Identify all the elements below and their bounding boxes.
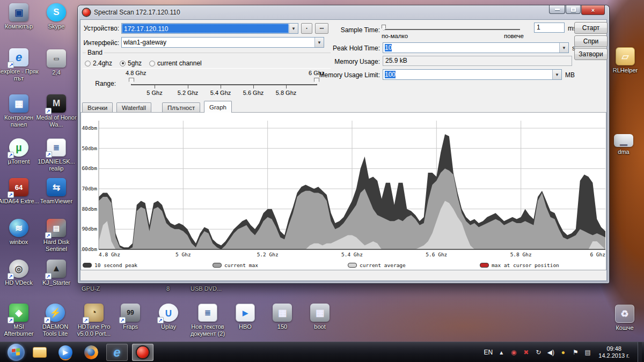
- desktop-icon-компютър[interactable]: ▣Компютър: [0, 3, 39, 30]
- close-dialog-button[interactable]: Затвори: [574, 48, 608, 60]
- shortcut-arrow-icon: ↗: [83, 317, 89, 323]
- internet-explorer-icon: e: [110, 345, 124, 359]
- maximize-button[interactable]: [566, 5, 581, 14]
- desktop-icon-нов-текстов-документ-2-[interactable]: ≣Нов текстов документ (2): [187, 304, 228, 337]
- device-label: Устройство:: [82, 25, 119, 32]
- desktop-icon-150[interactable]: ▦150: [262, 304, 303, 330]
- stop-button[interactable]: Спри: [574, 35, 608, 47]
- range-track[interactable]: [131, 84, 317, 85]
- language-indicator[interactable]: EN: [484, 349, 493, 356]
- legend-item: current average: [348, 262, 406, 268]
- legend-swatch: [480, 263, 489, 268]
- desktop-icon-winbox[interactable]: ≋winbox: [0, 219, 39, 246]
- tab-плътност[interactable]: Плътност: [162, 102, 200, 113]
- desktop-icon-hd-vdeck[interactable]: ◎↗HD VDeck: [0, 260, 39, 286]
- action-center-flag-icon[interactable]: ⚑: [572, 349, 579, 356]
- desktop-icon-iexplore-пряк-път[interactable]: e↗iexplore - Пряк път: [0, 48, 39, 82]
- tab-waterfall[interactable]: Waterfall: [116, 102, 151, 113]
- desktop-icon-label-partial: GPU-Z: [82, 285, 100, 292]
- hdd-icon: ▤↗: [47, 219, 66, 237]
- x-tick-label: 6 Ghz: [590, 252, 605, 257]
- taskbar-explorer-button[interactable]: [29, 344, 50, 361]
- messenger-tray-icon[interactable]: ●: [559, 349, 567, 356]
- chevron-down-icon[interactable]: ▼: [559, 43, 568, 53]
- y-tick-label: -90dbm: [81, 226, 97, 232]
- desktop-icon-skype[interactable]: SSkype: [36, 3, 77, 30]
- band-radio-2.4ghz[interactable]: 2.4ghz: [85, 60, 112, 67]
- y-tick-label: -100dbm: [81, 246, 97, 252]
- range-tick: [253, 85, 254, 88]
- tab-всички[interactable]: Всички: [82, 102, 113, 113]
- memory-limit-combobox[interactable]: 100 ▼: [383, 69, 562, 80]
- desktop-icon-aida64-extre-[interactable]: 64↗AIDA64 Extre...: [0, 178, 39, 205]
- range-tick: [155, 85, 155, 88]
- range-tick-label: 5.2 Ghz: [178, 90, 199, 96]
- desktop-icon-1danielsk-realip[interactable]: ≣↗1DANIELSK... realip: [36, 138, 77, 172]
- desktop-icon-teamviewer[interactable]: ⇆TeamViewer: [36, 178, 77, 205]
- device-combobox[interactable]: 172.17.120.110 ▼: [121, 23, 298, 34]
- desktop-icon-hdtune-pro-v5-0-0-port-[interactable]: ◔↗HDTune Pro v5.0.0 Port...: [74, 304, 114, 337]
- tab-graph[interactable]: Graph: [204, 101, 232, 113]
- close-button[interactable]: ×: [581, 5, 605, 15]
- legend-label: max at cursor position: [492, 262, 559, 268]
- legend-label: 10 second peak: [94, 262, 137, 268]
- band-radio-5ghz[interactable]: 5ghz: [120, 60, 142, 67]
- taskbar-internet-explorer-button[interactable]: e: [106, 344, 128, 361]
- desktop-icon-label: boot: [299, 323, 340, 330]
- chevron-down-icon[interactable]: ▼: [289, 24, 298, 33]
- radio-label: current channel: [157, 60, 202, 67]
- desktop-icon-msi-afterburner[interactable]: ◈↗MSI Afterburner: [0, 304, 39, 337]
- range-tick: [188, 85, 188, 88]
- desktop-icon-кошче[interactable]: ♻Кошче: [604, 305, 644, 331]
- security-tray-icon[interactable]: ◉: [510, 349, 517, 356]
- volume-tray-icon[interactable]: ◀): [547, 349, 554, 356]
- desktop-icon-kj-starter[interactable]: ▲↗KJ_Starter: [36, 260, 77, 286]
- range-handle-low[interactable]: [129, 78, 134, 84]
- desktop-icon-daemon-tools-lite[interactable]: ⚡↗DAEMON Tools Lite: [35, 304, 76, 337]
- desktop-icon-medal-of-honor-wa-[interactable]: M↗Medal of Honor Wa...: [36, 94, 77, 128]
- window-title: Spectral Scan 172.17.120.110: [94, 9, 180, 16]
- network-tray-icon[interactable]: ▤: [584, 349, 591, 356]
- desktop-icon-2-4[interactable]: ▭2,4: [36, 49, 77, 76]
- start-button[interactable]: Старт: [574, 22, 608, 34]
- radio-label: 5ghz: [128, 60, 142, 67]
- spectrum-chart[interactable]: -40dbm-50dbm-60dbm-70dbm-80dbm-90dbm-100…: [81, 113, 607, 260]
- desktop-icon-dma[interactable]: ▁dma: [603, 129, 644, 156]
- windows-flag-icon: [12, 348, 20, 356]
- taskbar-media-player-button[interactable]: ▶: [55, 344, 76, 361]
- desktop: ▣КомпютърSSkypee↗iexplore - Пряк път▭2,4…: [0, 0, 644, 362]
- sample-time-input[interactable]: 1: [534, 23, 565, 33]
- band-radio-current-channel[interactable]: current channel: [149, 60, 202, 67]
- app-icon: ▁: [614, 134, 633, 147]
- taskbar: ▶e EN ▴◉✖↻◀)●⚑▤ 09:48 14.2.2013 г.: [0, 342, 644, 362]
- interface-combobox[interactable]: wlan1-gateway ▼: [121, 37, 324, 48]
- firefox-icon: [84, 345, 98, 359]
- desktop-icon-контролен-панел[interactable]: ▦Контролен панел: [0, 94, 39, 128]
- peak-hold-combobox[interactable]: 10 ▼: [383, 42, 569, 53]
- media-player-icon: ▶: [58, 345, 72, 359]
- taskbar-firefox-button[interactable]: [80, 344, 102, 361]
- desktop-icon-label: iexplore - Пряк път: [0, 68, 39, 82]
- taskbar-clock[interactable]: 09:48 14.2.2013 г.: [598, 345, 630, 359]
- desktop-icon--torrent[interactable]: µ↗µTorrent: [0, 138, 39, 165]
- desktop-icon-label: 1DANIELSK... realip: [36, 158, 77, 172]
- spectral-scan-window: Spectral Scan 172.17.120.110 × Устройств…: [78, 5, 609, 283]
- window-titlebar[interactable]: Spectral Scan 172.17.120.110: [78, 5, 609, 19]
- band-group: Band 2.4ghz5ghzcurrent channel: [83, 49, 331, 69]
- show-desktop-button[interactable]: [638, 342, 642, 362]
- desktop-icon-label: Hard Disk Sentinel: [36, 239, 77, 253]
- desktop-icon-rlhelper[interactable]: ▱RLHelper: [605, 47, 644, 74]
- desktop-icon-hard-disk-sentinel[interactable]: ▤↗Hard Disk Sentinel: [36, 219, 77, 253]
- sample-time-track[interactable]: [383, 29, 520, 30]
- taskbar-winbox-button[interactable]: [132, 344, 153, 361]
- desktop-icon-boot[interactable]: ▦boot: [299, 304, 340, 330]
- start-button-orb[interactable]: [8, 344, 25, 361]
- desktop-icon-hbo[interactable]: ▶HBO: [225, 304, 266, 330]
- hidden-icons-arrow[interactable]: ▴: [497, 349, 505, 356]
- desktop-icon-uplay[interactable]: ∪↗Uplay: [148, 304, 189, 330]
- error-tray-icon[interactable]: ✖: [522, 349, 530, 356]
- sync-tray-icon[interactable]: ↻: [535, 349, 542, 356]
- desktop-icon-fraps[interactable]: 99↗Fraps: [110, 304, 151, 330]
- chevron-down-icon[interactable]: ▼: [552, 70, 561, 79]
- minimize-button[interactable]: [549, 5, 565, 14]
